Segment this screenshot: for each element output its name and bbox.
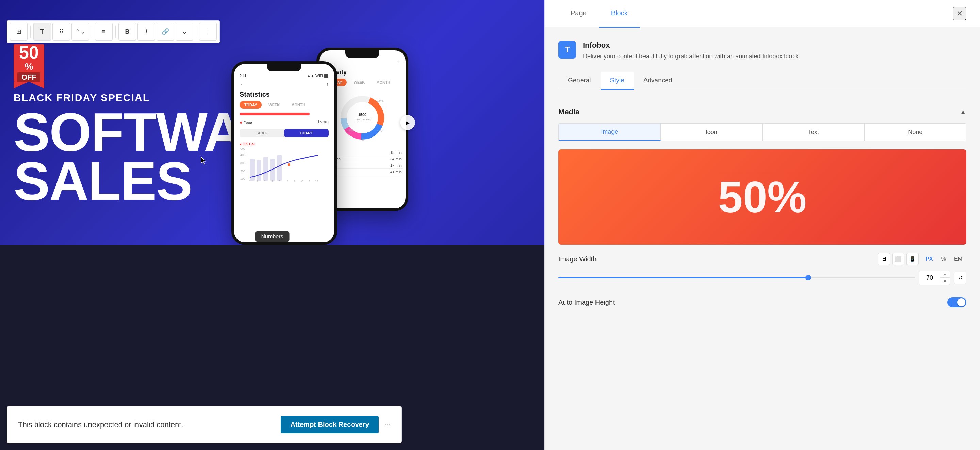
width-slider[interactable] [558, 277, 915, 278]
panel-tabs: Page Block [558, 0, 640, 27]
infobox-info: Infobox Deliver your content beautifully… [583, 41, 800, 61]
activity-time: 15 min [318, 120, 329, 125]
editor-toolbar: ⊞ T ⠿ ⌃⌄ ≡ B I 🔗 ⌄ ⋮ [7, 21, 220, 43]
media-type-text[interactable]: Text [762, 124, 865, 141]
device-icons: 🖥 ⬜ 📱 [878, 253, 919, 265]
panel-header: Page Block ✕ [545, 0, 980, 27]
cal-display: ● 865 Cal [234, 140, 334, 148]
svg-text:8: 8 [301, 180, 303, 182]
media-type-image[interactable]: Image [559, 124, 661, 141]
media-type-icon[interactable]: Icon [661, 124, 763, 141]
sub-tabs: General Style Advanced [558, 72, 966, 90]
unit-px[interactable]: PX [921, 254, 937, 264]
infobox-header: T Infobox Deliver your content beautiful… [558, 41, 966, 61]
media-section: Media ▲ Image Icon Text None 50% Image W… [558, 101, 966, 313]
sub-tab-advanced[interactable]: Advanced [634, 72, 682, 90]
activity-bar [240, 113, 310, 115]
section-toggle-icon: ▲ [959, 108, 966, 116]
preview-number: 50% [718, 172, 807, 223]
align-button[interactable]: ≡ [95, 23, 113, 40]
nav-arrow-right[interactable]: ▶ [400, 115, 415, 130]
width-reset-button[interactable]: ↺ [954, 271, 966, 284]
bold-button[interactable]: B [118, 23, 136, 40]
more-options-button[interactable]: ··· [384, 420, 390, 429]
svg-text:200: 200 [240, 169, 245, 173]
text-button[interactable]: T [33, 23, 51, 40]
infobox-title: Infobox [583, 41, 800, 50]
svg-rect-6 [263, 157, 268, 181]
infobox-icon: T [558, 41, 576, 59]
slider-thumb[interactable] [805, 275, 811, 281]
badge-off: OFF [18, 72, 40, 82]
activity-row: ● Yoga 15 min [234, 118, 334, 126]
auto-height-toggle[interactable] [947, 297, 966, 307]
svg-rect-5 [256, 160, 261, 181]
toolbar-separator-3 [115, 26, 116, 38]
device-desktop-btn[interactable]: 🖥 [878, 253, 890, 265]
svg-text:100: 100 [240, 177, 245, 180]
unit-tabs: PX % EM [921, 254, 966, 264]
tab-month[interactable]: MONTH [286, 101, 310, 109]
device-mobile-btn[interactable]: 📱 [907, 253, 919, 265]
slider-fill [558, 277, 808, 278]
phone-signals: ▲▲ WiFi ⬛ [307, 73, 329, 78]
width-decrement[interactable]: ▼ [940, 278, 950, 284]
options-button[interactable]: ⋮ [199, 23, 217, 40]
panel-close-button[interactable]: ✕ [953, 7, 966, 21]
badge-percent: % [25, 61, 33, 72]
sub-tab-general[interactable]: General [558, 72, 601, 90]
svg-rect-8 [277, 155, 282, 181]
layout-button[interactable]: ⊞ [10, 23, 27, 40]
stats-title: Statistics [234, 89, 334, 101]
svg-text:4: 4 [272, 180, 273, 182]
unit-em[interactable]: EM [950, 254, 966, 264]
arrow-icon: ▶ [406, 120, 410, 126]
infobox-description: Deliver your content beautifully to grab… [583, 52, 800, 61]
link-button[interactable]: 🔗 [156, 23, 174, 40]
unit-percent[interactable]: % [937, 254, 950, 264]
mini-chart: 400 400 300 200 100 [234, 148, 334, 184]
activity-name: Yoga [243, 120, 252, 124]
media-type-none[interactable]: None [865, 124, 966, 141]
chart-tabs: TABLE CHART [240, 129, 329, 137]
error-message: This block contains unexpected or invali… [18, 420, 183, 429]
numbers-tooltip: Numbers [255, 231, 290, 242]
recover-button[interactable]: Attempt Block Recovery [281, 416, 379, 433]
more-button[interactable]: ⌄ [176, 23, 193, 40]
tab-week[interactable]: WEEK [264, 101, 285, 109]
svg-text:300: 300 [240, 161, 245, 165]
svg-text:7: 7 [294, 180, 296, 182]
width-increment[interactable]: ▲ [940, 271, 950, 278]
svg-text:6: 6 [286, 180, 288, 182]
svg-text:5: 5 [279, 180, 281, 182]
error-block: This block contains unexpected or invali… [7, 406, 401, 443]
badge-number: 50 [19, 43, 39, 61]
svg-text:1: 1 [249, 180, 251, 182]
activity-dot: ● [240, 120, 242, 125]
device-tablet-btn[interactable]: ⬜ [892, 253, 904, 265]
tab-today[interactable]: TODAY [240, 101, 262, 109]
width-control: 70 ▲ ▼ ↺ [558, 271, 966, 285]
phone-header: 9:41 ▲▲ WiFi ⬛ [234, 72, 334, 80]
section-header-media[interactable]: Media ▲ [558, 101, 966, 123]
auto-height-label: Auto Image Height [558, 298, 615, 306]
tab-block[interactable]: Block [599, 0, 640, 27]
width-input-group: 70 ▲ ▼ [919, 271, 950, 285]
italic-button[interactable]: I [137, 23, 155, 40]
device-unit-controls: 🖥 ⬜ 📱 PX % EM [878, 253, 966, 265]
chart-svg: 400 300 200 100 [240, 152, 328, 182]
toolbar-separator-4 [196, 26, 196, 38]
sub-tab-style[interactable]: Style [601, 72, 634, 90]
phone-notch [267, 64, 301, 72]
chart-tab-chart[interactable]: CHART [284, 129, 329, 137]
drag-button[interactable]: ⠿ [52, 23, 70, 40]
image-width-row: Image Width 🖥 ⬜ 📱 PX % EM [558, 253, 966, 265]
tab-page[interactable]: Page [558, 0, 599, 27]
chart-tab-table[interactable]: TABLE [240, 129, 284, 137]
toggle-knob [957, 298, 966, 306]
width-input[interactable]: 70 [920, 271, 940, 284]
move-button[interactable]: ⌃⌄ [72, 23, 89, 40]
svg-text:9: 9 [309, 180, 311, 182]
svg-point-9 [287, 163, 291, 166]
number-arrows: ▲ ▼ [940, 271, 950, 284]
